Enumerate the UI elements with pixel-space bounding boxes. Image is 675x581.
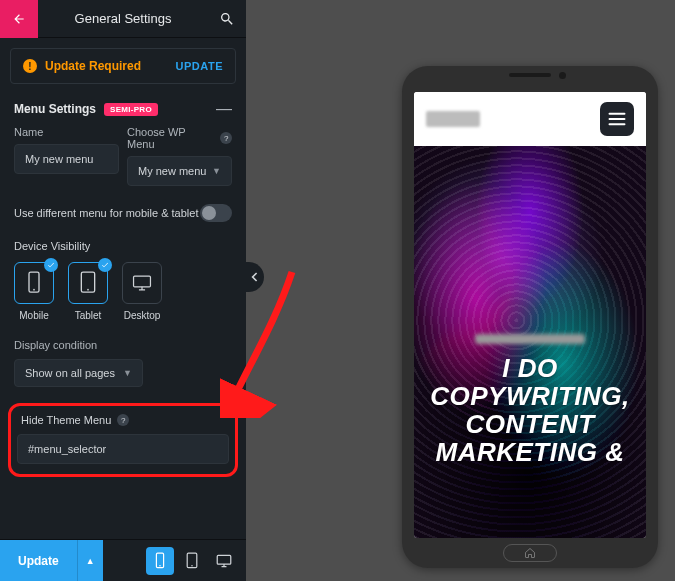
back-button[interactable]	[0, 0, 38, 38]
hamburger-menu-button[interactable]	[600, 102, 634, 136]
site-logo	[426, 111, 480, 127]
search-button[interactable]	[208, 0, 246, 38]
svg-rect-9	[217, 555, 231, 564]
collapse-button[interactable]: —	[216, 105, 232, 113]
diff-menu-toggle[interactable]	[200, 204, 232, 222]
device-visibility-section: Device Visibility Mobile Tablet	[0, 228, 246, 325]
hide-theme-menu-highlight: Hide Theme Menu ?	[8, 403, 238, 477]
section-title: Menu Settings	[14, 102, 96, 116]
hide-theme-menu-label: Hide Theme Menu ?	[17, 414, 229, 434]
notice-message: ! Update Required	[23, 59, 141, 73]
device-tablet[interactable]: Tablet	[68, 262, 108, 321]
arrow-left-icon	[12, 12, 26, 26]
hero-subtitle-blur	[475, 334, 585, 344]
phone-home-button[interactable]	[503, 544, 557, 562]
hero-headline: I DO COPYWRITING, CONTENT MARKETING &	[414, 354, 646, 466]
sidebar-footer: Update ▲	[0, 539, 246, 581]
diff-menu-label: Use different menu for mobile & tablet	[14, 207, 198, 219]
warning-icon: !	[23, 59, 37, 73]
chevron-left-icon	[251, 272, 259, 282]
phone-camera	[559, 72, 566, 79]
display-condition-section: Display condition Show on all pages ▼	[0, 325, 246, 391]
device-desktop[interactable]: Desktop	[122, 262, 162, 321]
display-condition-label: Display condition	[14, 339, 232, 351]
notice-action-link[interactable]: UPDATE	[176, 60, 223, 72]
device-visibility-title: Device Visibility	[14, 240, 232, 252]
preview-mobile-button[interactable]	[146, 547, 174, 575]
check-icon	[98, 258, 112, 272]
help-icon[interactable]: ?	[220, 132, 232, 144]
desktop-icon	[132, 270, 152, 296]
name-field: Name My new menu	[14, 126, 119, 186]
collapse-sidebar-tab[interactable]	[246, 262, 264, 292]
preview-desktop-button[interactable]	[210, 547, 238, 575]
update-button[interactable]: Update	[0, 540, 77, 581]
panel-title: General Settings	[38, 11, 208, 26]
hide-theme-menu-input[interactable]	[17, 434, 229, 464]
plan-badge: SEMI-PRO	[104, 103, 158, 116]
svg-point-3	[87, 289, 89, 291]
choose-menu-label: Choose WP Menu?	[127, 126, 232, 150]
preview-tablet-button[interactable]	[178, 547, 206, 575]
device-mobile[interactable]: Mobile	[14, 262, 54, 321]
mobile-icon	[24, 270, 44, 296]
hamburger-icon	[608, 112, 626, 126]
sidebar-topbar: General Settings	[0, 0, 246, 38]
home-icon	[524, 547, 536, 559]
search-icon	[219, 11, 235, 27]
svg-point-8	[191, 565, 192, 566]
chevron-down-icon: ▼	[212, 166, 221, 176]
svg-point-6	[159, 565, 160, 566]
menu-settings-header: Menu Settings SEMI-PRO —	[0, 90, 246, 122]
check-icon	[44, 258, 58, 272]
phone-speaker	[504, 72, 556, 78]
settings-sidebar: General Settings ! Update Required UPDAT…	[0, 0, 246, 581]
hero-section: I DO COPYWRITING, CONTENT MARKETING &	[414, 146, 646, 538]
tablet-icon	[78, 270, 98, 296]
name-label: Name	[14, 126, 119, 138]
help-icon[interactable]: ?	[117, 414, 129, 426]
svg-rect-4	[134, 276, 151, 287]
name-input[interactable]: My new menu	[14, 144, 119, 174]
sidebar-scroll[interactable]: ! Update Required UPDATE Menu Settings S…	[0, 38, 246, 539]
svg-point-1	[33, 289, 35, 291]
update-dropdown-button[interactable]: ▲	[77, 540, 103, 581]
phone-preview-frame: I DO COPYWRITING, CONTENT MARKETING &	[402, 66, 658, 568]
update-notice: ! Update Required UPDATE	[10, 48, 236, 84]
chevron-down-icon: ▼	[123, 368, 132, 378]
preview-device-switch	[146, 540, 246, 581]
preview-screen[interactable]: I DO COPYWRITING, CONTENT MARKETING &	[414, 92, 646, 538]
diff-menu-toggle-row: Use different menu for mobile & tablet	[0, 190, 246, 228]
choose-menu-field: Choose WP Menu? My new menu▼	[127, 126, 232, 186]
site-header	[414, 92, 646, 146]
display-condition-select[interactable]: Show on all pages ▼	[14, 359, 143, 387]
choose-menu-select[interactable]: My new menu▼	[127, 156, 232, 186]
notice-text: Update Required	[45, 59, 141, 73]
